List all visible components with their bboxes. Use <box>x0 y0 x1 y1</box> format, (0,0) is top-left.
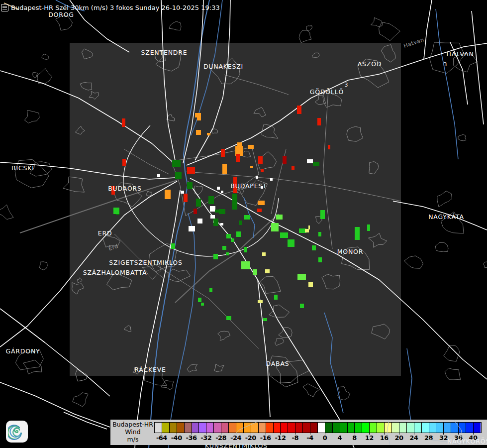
legend-cell <box>303 423 310 433</box>
boundary-polygon <box>33 73 38 78</box>
radar-echo <box>221 191 223 193</box>
legend-tick-label: -32 <box>200 434 211 442</box>
met-service-logo <box>6 421 28 443</box>
legend-tick-label: -16 <box>260 434 271 442</box>
legend-cell <box>377 423 385 433</box>
radar-echo <box>196 199 201 207</box>
legend-cell <box>459 423 466 433</box>
boundary-polygon <box>437 191 452 207</box>
map-label-g-d-ll-: GÖDÖLLŐ <box>310 88 344 96</box>
boundary-polygon <box>73 393 88 407</box>
radar-echo <box>367 224 370 231</box>
legend-cell <box>407 423 414 433</box>
legend-parameter: Wind <box>111 428 154 436</box>
legend-cell <box>310 423 318 433</box>
legend-cell <box>162 423 170 433</box>
map-label-dabas: DABAS <box>266 360 289 367</box>
legend-cell <box>199 423 206 433</box>
radar-echo <box>276 215 283 220</box>
radar-echo <box>280 232 288 238</box>
radar-echo <box>308 225 310 229</box>
legend-tick-label: 4 <box>337 434 342 442</box>
legend-cell <box>333 423 340 433</box>
boundary-polygon <box>39 262 47 270</box>
legend-cell <box>348 423 355 433</box>
legend-cell <box>221 423 229 433</box>
radar-echo <box>262 252 266 256</box>
legend-cell <box>474 423 481 433</box>
wind-speed-legend: Budapest-HR Wind m/s -64-40-36-32-28-24-… <box>110 420 487 445</box>
map-label-szigetszentmiklos: SZIGETSZENTMIKLOS <box>109 259 182 266</box>
radar-echo <box>171 243 175 249</box>
radar-echo <box>210 215 215 219</box>
legend-tick-label: -28 <box>215 434 226 442</box>
title-bar: Budapest-HR Szél 30km (m/s) 3 fokos Sund… <box>1 4 220 11</box>
legend-tick-label: -20 <box>245 434 256 442</box>
radar-echo <box>258 300 263 303</box>
radar-echo <box>328 145 330 149</box>
legend-title: Budapest-HR Wind m/s <box>111 421 154 443</box>
legend-cell <box>318 423 325 433</box>
radar-echo <box>226 252 229 255</box>
radar-echo <box>157 174 160 177</box>
radar-echo <box>165 190 171 199</box>
legend-cell <box>185 423 192 433</box>
legend-cell <box>288 423 295 433</box>
legend-cell <box>251 423 259 433</box>
radar-echo <box>226 316 231 320</box>
radar-echo <box>181 191 184 194</box>
legend-cell <box>392 423 399 433</box>
radar-echo <box>222 246 226 250</box>
legend-cell <box>155 423 162 433</box>
boundary-polygon <box>444 345 460 362</box>
map-label-szentendre: SZENTENDRE <box>141 49 188 56</box>
radar-echo <box>274 295 278 300</box>
map-label-g-rdony: GÁRDONY <box>6 347 40 355</box>
product-title: Budapest-HR Szél 30km (m/s) 3 fokos Sund… <box>11 4 220 11</box>
boundary-polygon <box>37 68 52 84</box>
legend-tick-label: -4 <box>306 434 313 442</box>
map-label-bicske: BICSKE <box>11 164 36 172</box>
radar-echo <box>258 156 263 164</box>
map-label-dorog: DOROG <box>48 11 74 18</box>
legend-tick-label: -64 <box>156 434 167 442</box>
radar-echo <box>226 234 231 238</box>
radar-echo <box>209 288 212 292</box>
legend-tick-label: -12 <box>275 434 286 442</box>
legend-cell <box>340 423 348 433</box>
radar-echo <box>207 133 210 135</box>
legend-cell <box>325 423 333 433</box>
map-label-budapest: BUDAPEST <box>230 182 267 190</box>
radar-echo <box>189 226 195 231</box>
road-number-label: 3 <box>444 61 447 68</box>
boundary-polygon <box>161 380 174 390</box>
legend-cell <box>385 423 392 433</box>
boundary-polygon <box>42 54 49 60</box>
radar-echo <box>283 156 287 164</box>
spiral-logo-icon <box>8 423 26 441</box>
radar-echo <box>297 106 301 114</box>
radar-echo <box>236 154 240 162</box>
legend-cell <box>451 423 459 433</box>
radar-echo <box>288 239 294 247</box>
legend-cell <box>355 423 362 433</box>
legend-cell <box>229 423 236 433</box>
radar-echo <box>271 223 279 231</box>
map-label-monor: MONOR <box>337 248 364 255</box>
legend-tick-label: 20 <box>394 434 403 442</box>
legend-tick-label: 32 <box>439 434 448 442</box>
radar-echo <box>320 210 325 219</box>
radar-echo <box>313 162 319 166</box>
color-scale-bar <box>154 422 482 433</box>
legend-product: Budapest-HR <box>111 421 154 428</box>
legend-tick-label: -40 <box>171 434 182 442</box>
radar-echo <box>257 209 262 212</box>
radar-echo <box>175 172 182 179</box>
legend-cell <box>429 423 437 433</box>
map-label-kunszentmiklos: KUNSZENTMIKLÓS <box>205 442 268 448</box>
radar-echo <box>187 182 193 189</box>
map-label-nagykoros: NAGYKŐRÖS <box>447 438 487 445</box>
radar-echo <box>231 238 234 242</box>
radar-echo <box>197 117 201 120</box>
boundary-polygon <box>303 384 319 397</box>
